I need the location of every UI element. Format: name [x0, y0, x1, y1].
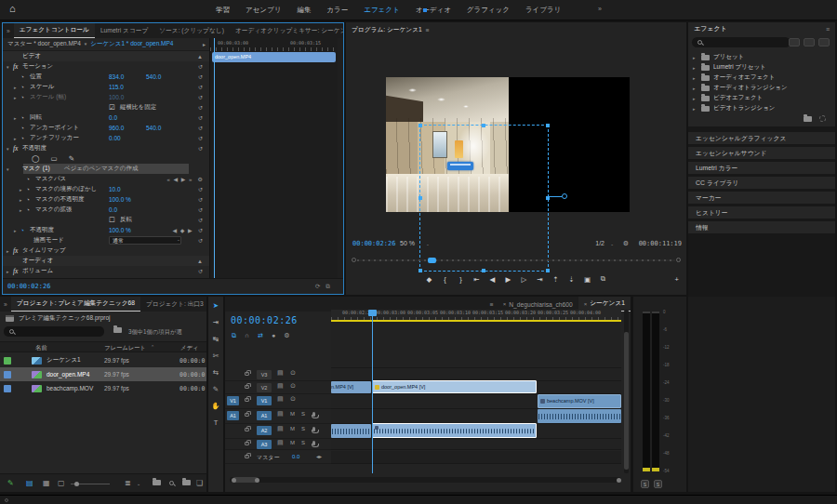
lock-icon[interactable] — [245, 385, 249, 389]
workspace-tab[interactable]: カラー — [326, 6, 348, 15]
effect-property-row[interactable]: ◯ ▭ ✎ ⌄ — [3, 153, 209, 164]
panel-tab[interactable]: オーディオクリップミキサー: シーケン — [230, 23, 343, 38]
effect-property-row[interactable]: ▸ ◔ マスクの境界のぼかし 10.0 ⌄ ↺ — [3, 184, 209, 194]
collapsed-panel-tab[interactable]: マーカー — [688, 192, 835, 204]
hand-tool[interactable]: ✋ — [211, 402, 219, 410]
sequence-clip-label[interactable]: シーケンス1 * door_open.MP4 — [90, 40, 173, 48]
scrollbar-handle[interactable] — [624, 332, 629, 470]
track-target-a1[interactable]: A1 — [257, 411, 272, 420]
mask-handle[interactable] — [418, 196, 422, 200]
stopwatch-icon[interactable]: ☑ — [109, 103, 118, 112]
effect-property-row[interactable]: ▸ ◔ アンチフリッカー 0.00 ⌄ ↺ — [3, 133, 209, 143]
row-action-icons[interactable]: ▲ — [197, 54, 204, 60]
scrollbar-end-dot[interactable] — [617, 478, 621, 483]
row-action-icons[interactable]: ↺ — [198, 268, 204, 274]
insert-icon[interactable]: ▤ — [277, 395, 284, 403]
track-lane-v3[interactable] — [331, 368, 621, 381]
scrubber-left-end[interactable] — [352, 258, 356, 262]
project-tab[interactable]: プロジェクト: 出口3 — [140, 297, 206, 312]
track-target-a2[interactable]: A2 — [257, 426, 272, 435]
row-action-icons[interactable]: ↺ — [198, 73, 204, 80]
lock-icon[interactable] — [245, 428, 249, 431]
property-value[interactable]: 0.0 — [109, 206, 117, 213]
workspace-tab[interactable]: エフェクト — [364, 6, 399, 15]
new-search-bin-icon[interactable] — [169, 481, 174, 485]
linked-selection-icon[interactable]: ⇄ — [258, 332, 263, 339]
toggle-effects-icon[interactable]: ⧉ — [326, 283, 336, 289]
collapsed-panel-tab[interactable]: エッセンシャルグラフィックス — [688, 132, 835, 144]
new-item-icon[interactable]: ❏ — [196, 479, 203, 487]
writable-toggle-icon[interactable]: ✎ — [7, 479, 14, 487]
collapsed-panel-tab[interactable]: CC ライブラリ — [688, 177, 835, 189]
stopwatch-icon[interactable]: fx — [13, 267, 22, 275]
row-action-icons[interactable]: ↺ — [198, 94, 204, 100]
chevron-down-icon[interactable]: ⌄ — [137, 481, 140, 486]
effect-property-row[interactable]: ▸ ◔ マスクの不透明度 100.0 % ⌄ ↺ — [3, 194, 209, 205]
stopwatch-icon[interactable]: ◯ ▭ ✎ — [32, 154, 79, 163]
play-audio-only-icon[interactable]: ⟳ — [315, 283, 326, 289]
effect-property-row[interactable]: ビデオ ⌄ ▲ — [3, 51, 209, 61]
mute-button[interactable]: M — [290, 440, 295, 445]
chevron-down-icon[interactable]: ▼ — [84, 42, 87, 46]
master-level-value[interactable]: 0.0 — [292, 454, 299, 459]
source-patch-a1[interactable]: A1 — [227, 411, 239, 420]
close-icon[interactable]: × — [503, 301, 507, 307]
timeline-playhead-head[interactable] — [368, 310, 377, 316]
solo-button[interactable]: S — [301, 411, 305, 417]
item-name[interactable]: beachcamp.MOV — [46, 385, 93, 391]
mark-in-button[interactable]: { — [442, 275, 449, 284]
track-target-v1[interactable]: V1 — [257, 396, 272, 405]
twirl-icon[interactable]: ▾ — [7, 64, 13, 70]
lock-icon[interactable] — [245, 455, 249, 458]
icon-view-icon[interactable]: ▦ — [43, 479, 50, 487]
scrubber-track[interactable] — [357, 259, 675, 261]
effect-property-row[interactable]: ☑ 縦横比を固定 ⌄ ↺ — [3, 102, 209, 113]
panel-overflow-icon[interactable]: » — [0, 301, 11, 308]
audio-meter-left[interactable] — [643, 312, 650, 471]
new-folder-icon[interactable] — [182, 480, 191, 485]
property-value[interactable]: 100.0 % — [109, 196, 131, 203]
current-time-display[interactable]: 00:00:02:26 — [7, 283, 50, 290]
project-item-row[interactable]: シーケンス1 29.97 fps 00:00:0 — [0, 353, 206, 367]
collapsed-panel-tab[interactable]: 情報 — [688, 221, 835, 233]
property-value-2[interactable]: 540.0 — [146, 125, 161, 131]
effect-property-row[interactable]: ▸ fx ボリューム ⌄ ↺ — [3, 266, 209, 276]
timeline-playhead-line[interactable] — [372, 310, 373, 473]
track-lane-empty[interactable] — [331, 322, 621, 368]
mute-button[interactable]: M — [290, 426, 295, 431]
track-lane-master[interactable] — [331, 451, 621, 464]
clip-door-open-earlier-video[interactable]: n.MP4 [V] — [331, 381, 371, 393]
property-value[interactable]: 115.0 — [109, 84, 124, 90]
row-action-icons[interactable]: ↺ — [198, 135, 204, 141]
row-action-icons[interactable]: ↺ — [198, 206, 204, 213]
effect-property-row[interactable]: オーディオ ⌄ ▲ — [3, 256, 209, 266]
workspace-tab[interactable]: 学習 — [216, 6, 230, 15]
twirl-icon[interactable]: ▸ — [14, 228, 20, 233]
vertical-scrollbar[interactable] — [624, 310, 629, 473]
new-preset-icon[interactable] — [819, 115, 826, 122]
effect-property-row[interactable]: ◔ マスクパス ⌄ « ◀ ▶ » ⚙ — [3, 174, 209, 184]
row-action-icons[interactable]: ↺ — [198, 217, 204, 223]
timeline-settings-icon[interactable]: ⚙ — [284, 332, 289, 339]
insert-icon[interactable]: ▤ — [277, 369, 284, 377]
twirl-icon[interactable]: ▸ — [693, 106, 698, 112]
add-marker-icon[interactable]: ● — [272, 332, 275, 339]
lock-icon[interactable] — [245, 372, 249, 376]
twirl-icon[interactable]: ▸ — [7, 248, 13, 254]
mask-feather-handle[interactable] — [562, 193, 567, 199]
collapsed-panel-tab[interactable]: Lumetri カラー — [688, 162, 835, 174]
sort-caret-icon[interactable]: ⌃ — [151, 344, 154, 350]
clip-beachcamp-video[interactable]: beachcamp.MOV [V] — [538, 394, 621, 408]
project-tab[interactable]: プロジェクト: プレミア編集テクニック68 — [11, 297, 140, 312]
track-target-a3[interactable]: A3 — [257, 440, 272, 449]
mute-button[interactable]: M — [290, 411, 295, 417]
solo-right-button[interactable]: S — [654, 480, 662, 488]
twirl-icon[interactable]: ▸ — [693, 55, 698, 60]
lock-icon[interactable] — [245, 398, 249, 402]
effect-property-row[interactable]: ◔ 位置 834.0 540.0 ⌄ ↺ — [3, 72, 209, 82]
stopwatch-icon[interactable]: fx — [13, 246, 22, 255]
stopwatch-icon[interactable]: fx — [13, 144, 22, 153]
property-value[interactable]: 0.00 — [109, 135, 121, 141]
twirl-icon[interactable]: ▸ — [20, 187, 26, 192]
effect-property-row[interactable]: ▸ fx タイムリマップ ⌄ — [3, 245, 209, 256]
